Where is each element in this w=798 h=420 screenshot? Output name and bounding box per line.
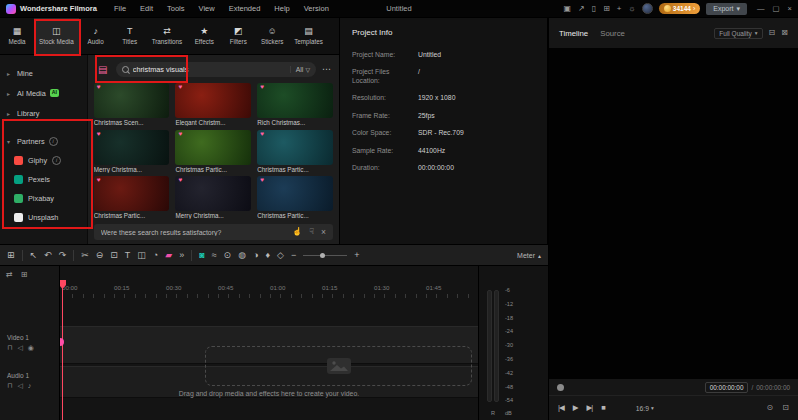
media-drop-zone[interactable]: [205, 346, 472, 386]
tab-stickers[interactable]: ☺ Stickers: [255, 18, 289, 54]
more-tools-icon[interactable]: »: [179, 251, 184, 260]
stock-result-item[interactable]: ♥ Christmas Partic...: [175, 130, 251, 175]
thumbs-up-icon[interactable]: ☝: [292, 228, 302, 236]
track-manage-icon[interactable]: ⇄: [6, 270, 13, 279]
menu-file[interactable]: File: [107, 4, 133, 13]
sidebar-item-partners[interactable]: ▾ Partners i: [0, 131, 87, 151]
user-avatar[interactable]: [642, 3, 653, 14]
stock-result-item[interactable]: ♥ Christmas Partic...: [257, 176, 333, 221]
favorite-icon[interactable]: ♥: [178, 177, 182, 184]
stock-thumbnail[interactable]: ♥: [257, 130, 333, 165]
stock-thumbnail[interactable]: ♥: [175, 176, 251, 211]
voiceover-icon[interactable]: ♦: [265, 251, 270, 260]
menu-extended[interactable]: Extended: [222, 4, 268, 13]
tab-transitions[interactable]: ⇄ Transitions: [147, 18, 188, 54]
tab-templates[interactable]: ▤ Templates: [289, 18, 328, 54]
menu-view[interactable]: View: [192, 4, 222, 13]
preview-viewport[interactable]: [549, 48, 798, 379]
search-input[interactable]: christmas visuals All ▽: [116, 62, 316, 77]
mute-icon[interactable]: ◁: [17, 344, 22, 352]
speed-icon[interactable]: ◔: [153, 251, 158, 260]
stock-result-item[interactable]: ♥ Christmas Partic...: [257, 130, 333, 175]
timeline-tracks-area[interactable]: 00:0000:1500:3000:4501:0001:1501:3001:45…: [60, 266, 478, 420]
share-icon[interactable]: ↗: [578, 5, 585, 13]
settings-icon[interactable]: ☼: [629, 5, 636, 13]
layout-icon[interactable]: ⊞: [603, 5, 610, 13]
coins-badge[interactable]: 34144 ›: [659, 3, 700, 14]
redo-icon[interactable]: ↷: [59, 251, 67, 260]
tab-titles[interactable]: T Titles: [113, 18, 147, 54]
razor-icon[interactable]: ✂: [81, 251, 89, 260]
mute-icon[interactable]: ◁: [17, 382, 22, 390]
mask-icon[interactable]: ◑: [253, 251, 258, 260]
stock-result-item[interactable]: ♥ Christmas Partic...: [94, 176, 170, 221]
thumbs-down-icon[interactable]: ☟: [309, 228, 314, 236]
crop-icon[interactable]: ⊡: [110, 251, 118, 260]
tab-audio[interactable]: ♪ Audio: [79, 18, 113, 54]
gift-icon[interactable]: ▣: [563, 5, 571, 13]
stop-button[interactable]: ■: [601, 404, 605, 412]
split-view-icon[interactable]: ⊟: [769, 29, 776, 37]
tab-stock-media[interactable]: ◫ Stock Media: [34, 18, 79, 54]
stock-thumbnail[interactable]: ♥: [94, 130, 170, 165]
timeline-ruler[interactable]: 00:0000:1500:3000:4501:0001:1501:3001:45…: [60, 282, 478, 298]
stock-thumbnail[interactable]: ♥: [257, 176, 333, 211]
partner-item-unsplash[interactable]: Unsplash i: [0, 208, 87, 227]
track-add-icon[interactable]: ⊞: [21, 270, 28, 279]
chroma-key-icon[interactable]: ◙: [199, 251, 204, 260]
tab-media[interactable]: ▦ Media: [0, 18, 34, 54]
aspect-ratio-dropdown[interactable]: 16:9 ▾: [636, 405, 654, 412]
sidebar-item-mine[interactable]: ▸ Mine: [0, 63, 87, 83]
split-icon[interactable]: ◫: [137, 251, 146, 260]
audio-meter[interactable]: -6-12-18-24-30-36-42-48-54 R dB: [478, 266, 548, 420]
close-icon[interactable]: ×: [321, 228, 326, 237]
fullscreen-icon[interactable]: ⊡: [782, 404, 789, 412]
detach-window-icon[interactable]: ⊠: [781, 29, 788, 37]
sidebar-item-ai-media[interactable]: ▸ AI Media AI: [0, 83, 87, 103]
maximize-icon[interactable]: ▢: [773, 5, 780, 13]
stock-thumbnail[interactable]: ♥: [257, 83, 333, 118]
plugin-icon[interactable]: +: [617, 5, 622, 13]
stock-thumbnail[interactable]: ♥: [94, 83, 170, 118]
next-frame-button[interactable]: ▶|: [587, 404, 593, 412]
favorite-icon[interactable]: ♥: [97, 84, 101, 91]
minimize-icon[interactable]: —: [757, 5, 765, 13]
menu-help[interactable]: Help: [267, 4, 296, 13]
partner-item-pixabay[interactable]: Pixabay i: [0, 189, 87, 208]
tab-timeline[interactable]: Timeline: [559, 29, 588, 38]
favorite-icon[interactable]: ♥: [260, 177, 264, 184]
volume-icon[interactable]: ♪: [28, 382, 32, 390]
stock-thumbnail[interactable]: ♥: [175, 130, 251, 165]
quality-dropdown[interactable]: Full Quality ▾: [714, 28, 762, 39]
undo-icon[interactable]: ↶: [44, 251, 52, 260]
favorite-icon[interactable]: ♥: [178, 84, 182, 91]
zoom-in-icon[interactable]: +: [354, 251, 359, 260]
current-time[interactable]: 00:00:00:00: [705, 382, 749, 393]
denoise-icon[interactable]: ◍: [238, 251, 246, 260]
search-filter[interactable]: All ▽: [290, 66, 310, 73]
stock-thumbnail[interactable]: ♥: [94, 176, 170, 211]
favorite-icon[interactable]: ♥: [260, 84, 264, 91]
lock-icon[interactable]: ⊓: [7, 344, 12, 352]
zoom-out-icon[interactable]: −: [291, 251, 296, 260]
meter-toggle[interactable]: Meter ▴: [517, 252, 541, 259]
partner-item-giphy[interactable]: Giphy i: [0, 151, 87, 170]
marker-icon[interactable]: ▰: [165, 251, 172, 260]
favorite-icon[interactable]: ♥: [97, 131, 101, 138]
snapshot-icon[interactable]: ⊙: [224, 251, 232, 260]
select-tool-icon[interactable]: ↖: [30, 251, 38, 260]
menu-version[interactable]: Version: [297, 4, 336, 13]
export-button[interactable]: Export ▾: [706, 3, 747, 15]
audio-sync-icon[interactable]: ≈: [212, 251, 217, 260]
media-type-icon[interactable]: ▤: [94, 62, 112, 77]
stock-result-item[interactable]: ♥ Rich Christmas...: [257, 83, 333, 128]
favorite-icon[interactable]: ♥: [97, 177, 101, 184]
menu-edit[interactable]: Edit: [133, 4, 160, 13]
tab-effects[interactable]: ★ Effects: [187, 18, 221, 54]
media-panel-toggle-icon[interactable]: ⊞: [7, 251, 15, 260]
stock-result-item[interactable]: ♥ Elegant Christm...: [175, 83, 251, 128]
stock-result-item[interactable]: ♥ Merry Christma...: [94, 130, 170, 175]
favorite-icon[interactable]: ♥: [178, 131, 182, 138]
tab-source[interactable]: Source: [600, 29, 625, 38]
stock-thumbnail[interactable]: ♥: [175, 83, 251, 118]
